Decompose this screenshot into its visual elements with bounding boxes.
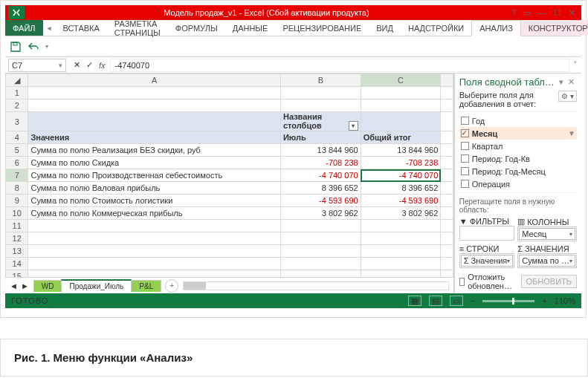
zoom-level[interactable]: 110%	[555, 296, 575, 305]
cancel-formula-icon[interactable]: ✕	[74, 60, 80, 70]
ribbon-tabs: ФАЙЛ ◄ ВСТАВКА РАЗМЕТКА СТРАНИЦЫ ФОРМУЛЫ…	[5, 20, 581, 36]
row-header[interactable]: 9	[6, 195, 28, 207]
defer-label: Отложить обновлен…	[468, 273, 517, 290]
figure-caption-box: Рис. 1. Меню функции «Анализ»	[0, 339, 588, 377]
field-item[interactable]: Операция	[459, 177, 577, 190]
zone-chip[interactable]: Месяц▾	[519, 228, 575, 240]
checkbox-icon[interactable]: ✓	[461, 129, 469, 137]
tab-design[interactable]: КОНСТРУКТОР	[521, 20, 588, 36]
column-filter-dropdown-icon[interactable]: ▾	[349, 121, 358, 131]
tab-file[interactable]: ФАЙЛ	[5, 20, 43, 36]
row-header[interactable]: 11	[6, 220, 28, 232]
view-normal-icon[interactable]: ▦	[408, 296, 421, 306]
close-icon[interactable]: ✕	[569, 8, 575, 18]
horizontal-scrollbar[interactable]	[183, 281, 449, 290]
zoom-slider[interactable]	[482, 300, 534, 302]
filter-icon: ▼	[459, 217, 468, 226]
row-header[interactable]: 2	[6, 100, 28, 112]
tab-insert[interactable]: ВСТАВКА	[56, 20, 107, 36]
sheet-tab-active[interactable]: Продажи_Июль	[61, 279, 132, 292]
zone-chip[interactable]: Сумма по …▾	[519, 255, 575, 267]
undo-icon[interactable]	[28, 41, 39, 53]
defer-checkbox[interactable]	[459, 278, 465, 286]
checkbox-icon[interactable]	[461, 142, 469, 150]
add-sheet-button[interactable]: +	[165, 279, 178, 293]
tab-view[interactable]: ВИД	[369, 20, 401, 36]
name-box[interactable]: C7 ▾	[8, 59, 66, 72]
pivot-value: 8 396 652	[280, 182, 361, 195]
tab-addins[interactable]: НАДСТРОЙКИ	[401, 20, 471, 36]
pivot-value: -708 238	[280, 157, 361, 169]
pane-close-icon[interactable]: ✕	[566, 77, 577, 87]
pivot-grand-total-header: Общий итог	[361, 131, 441, 144]
row-header[interactable]: 14	[6, 258, 28, 270]
tab-data[interactable]: ДАННЫЕ	[225, 20, 276, 36]
checkbox-icon[interactable]	[461, 117, 469, 125]
zone-chip[interactable]: Σ Значения▾	[461, 255, 513, 267]
col-header-a[interactable]: A	[28, 74, 281, 87]
accept-formula-icon[interactable]: ✓	[86, 60, 93, 70]
name-box-dropdown-icon[interactable]: ▾	[59, 62, 62, 69]
field-item[interactable]: Период: Год-Кв	[459, 152, 577, 165]
undo-dropdown-icon[interactable]: ▾	[45, 43, 48, 50]
zone-rows-header: ≡СТРОКИ	[459, 244, 514, 253]
sheet-nav-next-icon[interactable]: ►	[21, 281, 29, 290]
formula-input[interactable]: -4740070	[110, 59, 569, 72]
pane-dropdown-icon[interactable]: ▾	[557, 77, 566, 87]
sheet-nav-prev-icon[interactable]: ◄	[10, 281, 18, 290]
field-filter-icon[interactable]: ▼	[568, 129, 575, 137]
fx-icon[interactable]: fx	[99, 61, 106, 70]
view-page-layout-icon[interactable]: ▤	[429, 296, 442, 306]
active-cell[interactable]: -4 740 070	[361, 169, 441, 182]
select-all-corner[interactable]: ◢	[6, 74, 28, 87]
pivot-row-label: Сумма по полю Скидка	[28, 157, 281, 169]
row-header[interactable]: 5	[6, 144, 28, 157]
expand-formula-bar-icon[interactable]: ˅	[569, 60, 581, 70]
row-header[interactable]: 8	[6, 182, 28, 195]
sheet-tab-bar: ◄ ► WD Продажи_Июль P&L +	[5, 277, 453, 293]
checkbox-icon[interactable]	[461, 180, 469, 188]
pane-settings-button[interactable]: ⚙ ▾	[558, 91, 577, 102]
update-button[interactable]: ОБНОВИТЬ	[521, 275, 577, 288]
zone-values[interactable]: Сумма по …▾	[517, 253, 577, 268]
zone-columns[interactable]: Месяц▾	[517, 227, 577, 241]
col-header-c[interactable]: C	[361, 74, 441, 87]
tab-review[interactable]: РЕЦЕНЗИРОВАНИЕ	[275, 20, 369, 36]
zoom-out-icon[interactable]: −	[471, 296, 475, 305]
field-item[interactable]: Год	[459, 114, 577, 127]
sheet-tab-wd[interactable]: WD	[33, 280, 62, 292]
spreadsheet-grid[interactable]: ◢ A B C 1 2 3 Названия столбцов▾ 4 Значе…	[5, 74, 453, 277]
minimize-icon[interactable]: —	[538, 8, 546, 18]
row-header[interactable]: 12	[6, 232, 28, 245]
view-page-break-icon[interactable]: ▭	[450, 296, 463, 306]
zone-rows[interactable]: Σ Значения▾	[459, 253, 514, 268]
row-header[interactable]: 15	[6, 270, 28, 278]
tab-analyze[interactable]: АНАЛИЗ	[471, 20, 521, 36]
ribbon-display-icon[interactable]: ▭	[523, 8, 531, 18]
field-item[interactable]: Период: Год-Месяц	[459, 165, 577, 177]
zone-filters[interactable]	[459, 226, 514, 241]
col-header-b[interactable]: B	[280, 74, 361, 87]
row-header[interactable]: 4	[6, 131, 28, 144]
field-item[interactable]: ✓Месяц▼	[459, 127, 577, 140]
zoom-in-icon[interactable]: +	[542, 296, 546, 305]
tab-formulas[interactable]: ФОРМУЛЫ	[168, 20, 225, 36]
field-item[interactable]: Квартал	[459, 140, 577, 152]
pivot-value: 3 802 962	[361, 207, 441, 220]
tab-page-layout[interactable]: РАЗМЕТКА СТРАНИЦЫ	[107, 20, 168, 36]
row-header[interactable]: 7	[6, 169, 28, 182]
row-header[interactable]: 10	[6, 207, 28, 220]
maximize-icon[interactable]: ☐	[554, 8, 561, 18]
save-icon[interactable]	[10, 41, 22, 53]
help-icon[interactable]: ?	[511, 8, 516, 18]
row-header[interactable]: 1	[6, 87, 28, 100]
row-header[interactable]: 6	[6, 157, 28, 169]
tab-scroll-left-icon[interactable]: ◄	[43, 20, 56, 36]
pivot-month-header: Июль	[280, 131, 361, 144]
sheet-tab-pl[interactable]: P&L	[131, 280, 161, 292]
row-header[interactable]: 3	[6, 112, 28, 131]
zone-columns-header: ▥КОЛОННЫ	[517, 217, 577, 227]
row-header[interactable]: 13	[6, 245, 28, 258]
checkbox-icon[interactable]	[461, 154, 469, 163]
checkbox-icon[interactable]	[461, 167, 469, 175]
